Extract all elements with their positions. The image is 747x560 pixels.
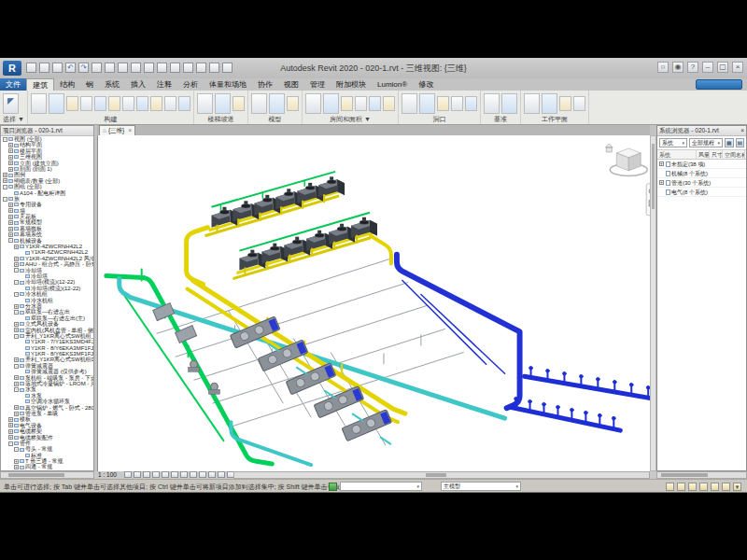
text-icon[interactable] (144, 63, 154, 73)
select-by-face-icon[interactable] (711, 483, 719, 491)
tree-expander-icon[interactable]: - (3, 197, 7, 202)
railing-icon[interactable] (197, 93, 213, 114)
help-icon[interactable]: ? (687, 62, 698, 73)
tree-expander-icon[interactable]: - (14, 387, 19, 392)
ceiling-icon[interactable] (122, 96, 134, 111)
ribbon-tab-修改[interactable]: 修改 (413, 78, 439, 91)
undo-icon[interactable]: ↶ (65, 63, 76, 73)
window-icon[interactable] (66, 96, 78, 111)
system-browser-row[interactable]: 机械(8 个系统) (657, 169, 746, 178)
ribbon-tab-分析[interactable]: 分析 (177, 78, 204, 91)
tree-expander-icon[interactable]: - (8, 441, 13, 446)
panel-label[interactable]: 模型 (251, 115, 299, 124)
reveal-hidden-elements-icon[interactable] (199, 471, 206, 478)
wall-icon[interactable] (31, 93, 47, 114)
column-header-尺寸[interactable]: 尺寸 (710, 150, 723, 159)
tree-expander-icon[interactable]: + (14, 262, 19, 267)
switch-windows-icon[interactable] (209, 63, 219, 73)
row-expander-icon[interactable]: + (659, 180, 664, 185)
ribbon-tab-体量和场地[interactable]: 体量和场地 (204, 78, 252, 91)
grid-icon[interactable] (501, 93, 517, 114)
system-browser-hscrollbar[interactable] (656, 471, 747, 479)
tree-item[interactable]: +AHU - 组合式 - 高静压 - 卧式 - 标准 - 2000 - 50..… (1, 261, 93, 267)
tag-room-icon[interactable] (341, 96, 353, 111)
tree-expander-icon[interactable]: - (3, 137, 7, 142)
tree-expander-icon[interactable]: - (3, 185, 7, 189)
ribbon-tab-协作[interactable]: 协作 (252, 78, 278, 91)
aligned-dimension-icon[interactable] (118, 63, 128, 73)
viewer-icon[interactable] (573, 96, 585, 111)
tree-expander-icon[interactable]: - (14, 364, 19, 369)
tree-expander-icon[interactable]: - (8, 238, 13, 243)
account-icon[interactable]: ◉ (672, 62, 684, 73)
visual-style-icon[interactable] (134, 471, 141, 478)
tree-expander-icon[interactable]: + (8, 417, 13, 422)
save-icon[interactable] (39, 63, 49, 73)
maximize-icon[interactable]: ▢ (717, 62, 728, 73)
tree-expander-icon[interactable]: - (14, 447, 19, 452)
default-3d-view-icon[interactable] (157, 63, 167, 73)
blue-manifold-lower[interactable] (511, 397, 621, 430)
lock-3d-view-icon[interactable] (180, 471, 188, 478)
tree-expander-icon[interactable]: + (14, 328, 19, 332)
select-links-icon[interactable] (677, 483, 685, 491)
tag-area-icon[interactable] (383, 96, 395, 111)
canvas-hscrollbar[interactable] (233, 471, 650, 479)
tree-expander-icon[interactable]: + (14, 357, 19, 362)
ref-plane-icon[interactable] (559, 96, 571, 111)
floor-icon[interactable] (136, 96, 148, 111)
door-icon[interactable] (49, 93, 64, 114)
tree-expander-icon[interactable]: + (8, 215, 13, 219)
tree-expander-icon[interactable]: + (14, 375, 19, 380)
panel-label[interactable]: 工作平面 (524, 115, 585, 124)
curtain-grid-icon[interactable] (164, 96, 176, 111)
canvas-vertical-scrollbar[interactable] (650, 135, 656, 471)
ribbon-tab-系统[interactable]: 系统 (99, 78, 125, 91)
blue-manifold-upper[interactable] (525, 367, 650, 400)
column-icon[interactable] (94, 96, 106, 111)
system-browser-row[interactable]: 电气(8 个系统) (657, 188, 746, 197)
print-icon[interactable] (92, 63, 102, 73)
tree-expander-icon[interactable]: + (14, 405, 19, 410)
tree-expander-icon[interactable]: + (8, 208, 13, 213)
design-option-select[interactable]: 主模型▾ (441, 482, 521, 491)
tree-expander-icon[interactable]: - (14, 280, 19, 285)
system-browser-row[interactable]: +未指定(38 项) (657, 160, 746, 169)
column-settings-button[interactable]: ▤ (736, 138, 745, 147)
room-separator-icon[interactable] (323, 93, 339, 114)
by-face-icon[interactable] (402, 93, 417, 114)
show-crop-region-icon[interactable] (171, 471, 178, 478)
ribbon-tab-附加模块[interactable]: 附加模块 (331, 78, 372, 91)
select-pinned-icon[interactable] (699, 483, 708, 491)
blue-pipe-main[interactable] (397, 255, 520, 409)
area-boundary-icon[interactable] (369, 96, 381, 111)
ribbon-tab-视图[interactable]: 视图 (278, 78, 304, 91)
workset-select[interactable]: ▾ (340, 482, 422, 491)
plugin-button[interactable] (696, 79, 742, 90)
ribbon-tab-Lumion®[interactable]: Lumion® (372, 78, 413, 91)
detail-level-icon[interactable] (124, 471, 132, 478)
stair-icon[interactable] (233, 96, 245, 111)
shaft-icon[interactable] (419, 93, 435, 114)
customize-qat-icon[interactable] (222, 63, 233, 73)
search-icon[interactable]: ○ (657, 62, 669, 73)
measure-icon[interactable] (105, 63, 115, 73)
tree-expander-icon[interactable]: + (3, 178, 7, 183)
shadows-icon[interactable] (152, 471, 160, 478)
ribbon-tab-建筑[interactable]: 建筑 (26, 78, 54, 91)
dormer-icon[interactable] (465, 96, 477, 111)
tree-expander-icon[interactable]: + (8, 155, 13, 160)
tag-by-category-icon[interactable] (131, 63, 141, 73)
ribbon-tab-注释[interactable]: 注释 (151, 78, 177, 91)
tree-expander-icon[interactable]: + (8, 167, 13, 172)
panel-label[interactable]: 洞口 (402, 115, 477, 124)
room-icon[interactable] (305, 93, 321, 114)
tree-item[interactable]: +落地式冷凝锅炉 - LROM - 片式 - 带链盒 - 100-175-CN (1, 381, 93, 386)
project-browser-title[interactable]: 项目浏览器 - 020-1.rvt (1, 126, 93, 136)
ramp-icon[interactable] (215, 93, 231, 114)
close-inactive-views-icon[interactable] (196, 63, 206, 73)
set-work-plane-icon[interactable] (524, 93, 540, 114)
tree-expander-icon[interactable]: + (14, 322, 19, 327)
model-line-icon[interactable] (269, 93, 285, 114)
panel-label[interactable]: 楼梯坡道 (197, 115, 245, 124)
